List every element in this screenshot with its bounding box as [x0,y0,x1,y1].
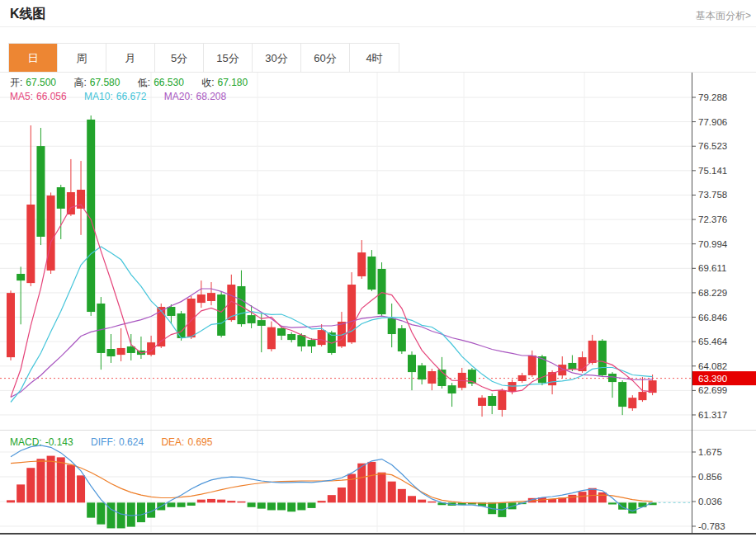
svg-text:70.994: 70.994 [698,239,728,249]
open-label: 开: [10,77,22,88]
svg-text:72.376: 72.376 [698,214,727,224]
low-value: 66.530 [154,77,184,88]
kline-widget: K线图 基本面分析> 日 周 月 5分 15分 30分 60分 4时 79.28… [0,0,756,537]
svg-text:64.082: 64.082 [698,361,727,371]
low-label: 低: [138,77,150,88]
dea-label: DEA: [161,436,184,448]
svg-text:62.699: 62.699 [698,385,727,395]
ohlc-legend: 开:67.500 高:67.580 低:66.530 收:67.180 [10,76,262,90]
svg-text:0.856: 0.856 [698,472,722,482]
svg-text:68.229: 68.229 [698,288,727,298]
ma5-label: MA5: [10,91,33,102]
svg-text:0.036: 0.036 [698,497,722,506]
open-value: 67.500 [26,77,56,88]
macd-legend: MACD:-0.143 DIFF:0.624 DEA:0.695 [10,436,227,448]
ma-legend: MA5:66.056 MA10:66.672 MA20:68.208 [10,91,241,102]
ma5-value: 66.056 [36,91,67,102]
svg-text:77.906: 77.906 [698,117,727,127]
svg-text:63.390: 63.390 [698,374,727,384]
current-price-tag: 63.390 [692,371,756,385]
close-label: 收: [201,77,214,88]
svg-text:75.141: 75.141 [698,166,727,176]
svg-text:-0.783: -0.783 [698,521,725,531]
macd-value: -0.143 [45,436,73,448]
ma20-value: 68.208 [196,91,226,102]
diff-value: 0.624 [119,436,144,448]
svg-text:79.288: 79.288 [698,92,727,102]
dea-value: 0.695 [187,436,212,448]
close-value: 67.180 [218,77,248,88]
ma20-label: MA20: [164,91,193,102]
svg-text:61.317: 61.317 [698,410,727,420]
svg-text:66.846: 66.846 [698,313,727,323]
macd-label: MACD: [10,436,42,448]
high-label: 高: [73,77,86,88]
macd-histogram [7,456,657,529]
svg-text:1.675: 1.675 [698,447,722,457]
high-value: 67.580 [90,77,120,88]
svg-text:73.758: 73.758 [698,190,727,200]
diff-label: DIFF: [91,436,116,448]
ma-lines [11,205,653,403]
svg-text:69.611: 69.611 [698,263,726,273]
ma10-value: 66.672 [116,91,147,102]
ma10-label: MA10: [84,91,113,102]
svg-text:76.523: 76.523 [698,141,727,151]
svg-text:65.464: 65.464 [698,337,728,346]
